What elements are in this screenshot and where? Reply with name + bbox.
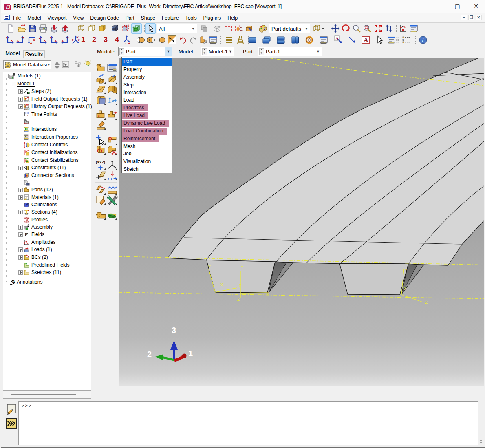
svg-text:Y: Y <box>6 36 8 40</box>
svg-text:i: i <box>422 37 424 43</box>
svg-text:Z: Z <box>39 36 41 40</box>
svg-text:F: F <box>24 232 28 238</box>
svg-text:Z: Z <box>55 39 57 42</box>
svg-text:X: X <box>267 291 269 296</box>
svg-text:2: 2 <box>147 350 152 359</box>
svg-text:Y: Y <box>67 36 69 40</box>
svg-text:X: X <box>78 39 80 42</box>
svg-text:Y: Y <box>22 36 24 40</box>
svg-text:Y: Y <box>405 268 407 273</box>
svg-text:11010: 11010 <box>24 108 30 110</box>
svg-text:Z: Z <box>30 41 32 44</box>
svg-text:11010: 11010 <box>24 101 30 103</box>
svg-text:X: X <box>17 39 19 42</box>
svg-text:X: X <box>44 39 46 42</box>
svg-text:Z: Z <box>62 39 64 42</box>
svg-text:X: X <box>220 283 223 287</box>
svg-text:Y: Y <box>77 36 79 39</box>
svg-text:A: A <box>364 37 368 44</box>
svg-text:X: X <box>33 38 35 42</box>
svg-text:Y: Y <box>50 36 52 40</box>
svg-text:Y: Y <box>208 265 211 269</box>
svg-text:3: 3 <box>172 326 176 335</box>
svg-text:Z: Z <box>237 298 240 302</box>
svg-text:1: 1 <box>188 349 193 358</box>
svg-text:X: X <box>404 287 406 291</box>
svg-text:Z: Z <box>425 300 428 305</box>
svg-text:t: t <box>27 114 28 117</box>
svg-text:Z: Z <box>239 284 241 288</box>
svg-text:Y: Y <box>241 265 243 270</box>
svg-text:Z: Z <box>72 39 74 42</box>
svg-text:(XYZ): (XYZ) <box>96 160 105 164</box>
svg-text:X: X <box>11 39 13 42</box>
svg-text:A: A <box>12 280 15 284</box>
